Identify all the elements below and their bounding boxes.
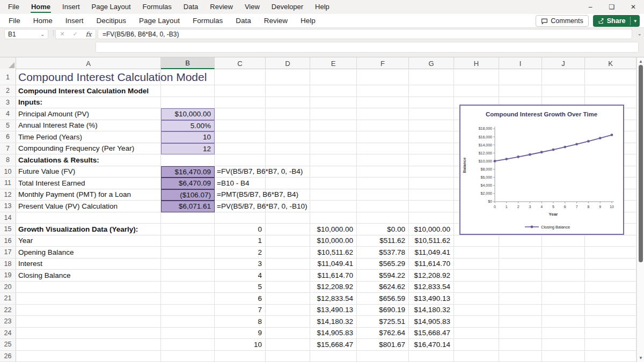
column-header-E[interactable]: E — [310, 57, 357, 69]
cell-A14[interactable] — [16, 212, 161, 224]
select-all-corner[interactable] — [0, 57, 16, 69]
row-header-22[interactable]: 22 — [0, 305, 16, 316]
cell-G25[interactable]: $16,470.14 — [409, 339, 454, 351]
cell-B8[interactable] — [161, 154, 215, 166]
cell-K18[interactable] — [585, 258, 636, 270]
row-header-10[interactable]: 10 — [0, 166, 16, 178]
row-header-1[interactable]: 1 — [0, 69, 16, 85]
cell-E25[interactable]: $15,668.47 — [310, 339, 357, 351]
cell-E16[interactable]: $10,000.00 — [310, 235, 357, 247]
cell-B2[interactable] — [161, 85, 215, 97]
column-header-K[interactable]: K — [585, 57, 636, 69]
cell-C8[interactable] — [215, 154, 266, 166]
cell-I26[interactable] — [499, 351, 542, 362]
cell-F5[interactable] — [357, 120, 409, 132]
cell-B21[interactable] — [161, 293, 215, 305]
ribbon-tab-review[interactable]: Review — [258, 14, 294, 28]
name-box[interactable]: B1 ⌄ — [4, 29, 48, 39]
cell-G4[interactable] — [409, 108, 454, 120]
cell-B23[interactable] — [161, 316, 215, 328]
share-button[interactable]: Share ▾ — [593, 15, 640, 27]
menu-tab-page-layout[interactable]: Page Layout — [86, 0, 137, 14]
cell-G23[interactable]: $14,905.83 — [409, 316, 454, 328]
ribbon-tab-home[interactable]: Home — [27, 14, 59, 28]
cell-H18[interactable] — [454, 258, 499, 270]
row-header-6[interactable]: 6 — [0, 131, 16, 143]
cell-F17[interactable]: $537.78 — [357, 247, 409, 258]
row-header-17[interactable]: 17 — [0, 247, 16, 258]
cell-C17[interactable]: 2 — [215, 247, 266, 258]
row-header-24[interactable]: 24 — [0, 328, 16, 339]
cell-E20[interactable]: $12,208.92 — [310, 282, 357, 293]
menu-tab-help[interactable]: Help — [309, 0, 335, 14]
cell-C16[interactable]: 1 — [215, 235, 266, 247]
name-box-chevron-icon[interactable]: ⌄ — [40, 32, 45, 37]
row-header-3[interactable]: 3 — [0, 97, 16, 109]
cell-D18[interactable] — [266, 258, 310, 270]
cell-H21[interactable] — [454, 293, 499, 305]
cell-A2[interactable]: Compound Interest Calculation Model — [16, 85, 161, 97]
cell-D14[interactable] — [266, 212, 310, 224]
cell-F8[interactable] — [357, 154, 409, 166]
embedded-chart[interactable]: Compound Interest Growth Over Time$0$2,0… — [459, 105, 624, 235]
cell-K21[interactable] — [585, 293, 636, 305]
ribbon-tab-help[interactable]: Help — [294, 14, 322, 28]
cell-E15[interactable]: $10,000.00 — [310, 224, 357, 235]
enter-icon[interactable]: ✓ — [72, 31, 77, 38]
cell-C15[interactable]: 0 — [215, 224, 266, 235]
cell-K24[interactable] — [585, 328, 636, 339]
row-header-5[interactable]: 5 — [0, 120, 16, 132]
cell-F25[interactable]: $801.67 — [357, 339, 409, 351]
row-header-16[interactable]: 16 — [0, 235, 16, 247]
cell-F19[interactable]: $594.22 — [357, 270, 409, 282]
cell-K16[interactable] — [585, 235, 636, 247]
cell-A12[interactable]: Monthly Payment (PMT) for a Loan — [16, 189, 161, 201]
cell-F18[interactable]: $565.29 — [357, 258, 409, 270]
cell-C21[interactable]: 6 — [215, 293, 266, 305]
ribbon-tab-formulas[interactable]: Formulas — [186, 14, 229, 28]
cell-C10[interactable]: =FV(B5/B7, B6*B7, 0, -B4) — [215, 166, 266, 178]
cell-J24[interactable] — [542, 328, 585, 339]
cell-A18[interactable]: Interest — [16, 258, 161, 270]
cell-H1[interactable] — [454, 69, 499, 85]
cell-B17[interactable] — [161, 247, 215, 258]
cell-I2[interactable] — [499, 85, 542, 97]
column-header-G[interactable]: G — [409, 57, 454, 69]
row-header-12[interactable]: 12 — [0, 189, 16, 201]
scroll-down-icon[interactable]: ▼ — [637, 356, 644, 360]
cell-A3[interactable]: Inputs: — [16, 97, 161, 109]
cell-A8[interactable]: Calculations & Results: — [16, 154, 161, 166]
cell-H19[interactable] — [454, 270, 499, 282]
row-header-20[interactable]: 20 — [0, 282, 16, 293]
cell-D19[interactable] — [266, 270, 310, 282]
cell-A5[interactable]: Annual Interest Rate (%) — [16, 120, 161, 132]
cell-A6[interactable]: Time Period (Years) — [16, 131, 161, 143]
cell-B7[interactable]: 12 — [161, 143, 215, 155]
cell-E2[interactable] — [310, 85, 357, 97]
cell-C11[interactable]: =B10 - B4 — [215, 178, 266, 189]
cell-C4[interactable] — [215, 108, 266, 120]
cell-C18[interactable]: 3 — [215, 258, 266, 270]
row-header-25[interactable]: 25 — [0, 339, 16, 351]
column-header-I[interactable]: I — [499, 57, 542, 69]
menu-tab-view[interactable]: View — [239, 0, 266, 14]
ribbon-tab-data[interactable]: Data — [229, 14, 258, 28]
cell-E6[interactable] — [310, 131, 357, 143]
ribbon-tab-decitipus[interactable]: Decitipus — [90, 14, 133, 28]
cell-I20[interactable] — [499, 282, 542, 293]
cell-I17[interactable] — [499, 247, 542, 258]
cell-E21[interactable]: $12,833.54 — [310, 293, 357, 305]
cell-B3[interactable] — [161, 97, 215, 109]
cell-I22[interactable] — [499, 305, 542, 316]
cell-I24[interactable] — [499, 328, 542, 339]
menu-tab-developer[interactable]: Developer — [266, 0, 309, 14]
row-header-14[interactable]: 14 — [0, 212, 16, 224]
cell-E22[interactable]: $13,490.13 — [310, 305, 357, 316]
row-header-19[interactable]: 19 — [0, 270, 16, 282]
cell-H26[interactable] — [454, 351, 499, 362]
cell-I1[interactable] — [499, 69, 542, 85]
cell-F11[interactable] — [357, 178, 409, 189]
ribbon-tab-insert[interactable]: Insert — [59, 14, 90, 28]
cell-F14[interactable] — [357, 212, 409, 224]
cell-D15[interactable] — [266, 224, 310, 235]
